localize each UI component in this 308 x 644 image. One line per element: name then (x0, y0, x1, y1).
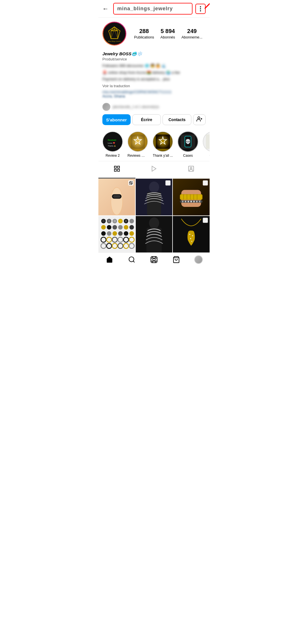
svg-point-67 (102, 220, 105, 223)
highlight-item[interactable]: Thank y'all ... (153, 131, 173, 158)
tab-reels[interactable] (135, 161, 173, 178)
tab-posts[interactable] (98, 161, 135, 178)
svg-rect-43 (147, 192, 161, 215)
post-item[interactable] (136, 179, 173, 215)
top-bar: ← mina_blings_jewelry (98, 0, 210, 18)
svg-point-36 (111, 188, 123, 215)
svg-point-73 (119, 220, 122, 223)
nav-profile[interactable] (187, 256, 210, 264)
highlight-circle: Q&A (203, 131, 210, 152)
highlight-label: Review 2 (106, 154, 119, 158)
bio-line3: Payment on delivery is accepted a... plu… (102, 76, 206, 82)
following-stat[interactable]: 249 Abonneme... (181, 28, 202, 39)
svg-rect-29 (114, 169, 116, 171)
more-options-button[interactable] (195, 4, 206, 14)
svg-text:Mina Blings Jewelry: Mina Blings Jewelry (108, 40, 121, 42)
svg-point-108 (191, 241, 193, 242)
svg-point-58 (188, 201, 189, 202)
subscribe-button[interactable]: S'abonner (102, 114, 131, 125)
mutual-followers-row: jakorlanutte_1 et 1 abonné(e)s (98, 101, 210, 113)
svg-point-88 (129, 231, 134, 236)
followers-label: Abonnés (161, 35, 175, 39)
nav-shop[interactable] (165, 256, 187, 264)
svg-point-87 (124, 231, 128, 236)
svg-point-69 (108, 220, 111, 223)
svg-point-75 (125, 220, 127, 223)
svg-rect-44 (166, 182, 169, 185)
svg-point-82 (129, 225, 134, 229)
profile-section: Mina Blings Jewelry 288 Publications 5 8… (98, 18, 210, 51)
publications-count: 288 (139, 28, 149, 34)
svg-point-115 (153, 258, 155, 261)
followers-stat[interactable]: 5 894 Abonnés (161, 28, 175, 39)
highlight-label: Thank y'all ... (153, 154, 173, 158)
svg-point-62 (199, 201, 200, 202)
arrow-indicator-icon (203, 0, 210, 11)
svg-point-60 (193, 201, 195, 202)
svg-point-79 (112, 225, 117, 229)
nav-reels[interactable] (143, 256, 165, 264)
svg-point-71 (113, 220, 116, 223)
svg-point-102 (149, 217, 159, 229)
svg-point-80 (118, 225, 123, 229)
post-item[interactable] (173, 216, 210, 253)
publications-stat[interactable]: 288 Publications (134, 28, 154, 39)
svg-point-42 (149, 182, 159, 193)
nav-home[interactable] (98, 256, 121, 264)
grid-icon (114, 165, 120, 174)
highlight-item[interactable]: 💀 Cases (178, 131, 198, 158)
highlight-circle: 💀 (178, 131, 198, 152)
bio-link[interactable]: mia.me/minablings/CDRNCWSNCT11111 (102, 90, 206, 94)
posts-grid (98, 179, 210, 252)
svg-marker-31 (152, 166, 156, 171)
tab-tagged[interactable] (173, 161, 210, 178)
svg-rect-25 (206, 134, 210, 149)
bottom-nav (98, 252, 210, 269)
svg-point-11 (198, 117, 200, 119)
svg-rect-64 (204, 181, 207, 184)
profile-row: Mina Blings Jewelry 288 Publications 5 8… (102, 22, 206, 46)
publications-label: Publications (134, 35, 154, 39)
write-button[interactable]: Écrire (132, 114, 161, 125)
svg-point-112 (129, 257, 134, 262)
tabs-row (98, 161, 210, 179)
svg-point-84 (107, 231, 112, 236)
reels-icon (150, 256, 158, 263)
svg-rect-63 (204, 182, 206, 185)
nav-search[interactable] (121, 256, 143, 264)
svg-point-107 (190, 238, 191, 239)
highlight-label: Cases (183, 154, 193, 158)
highlight-item[interactable]: Reviews ⭐... (127, 131, 148, 158)
post-item[interactable] (173, 179, 210, 215)
svg-rect-30 (117, 169, 119, 171)
svg-rect-114 (151, 257, 157, 263)
highlights-section: Received Loves ❤️ Thanks 🙏 Review 2 Revi… (98, 129, 210, 161)
back-button[interactable]: ← (102, 5, 110, 13)
svg-text:Loves ❤️: Loves ❤️ (108, 142, 115, 144)
add-friend-button[interactable] (193, 114, 206, 125)
svg-rect-109 (204, 219, 206, 222)
home-icon (106, 256, 113, 263)
post-item[interactable] (136, 216, 173, 253)
multi-post-icon (165, 180, 171, 186)
highlight-label: Q&A (209, 154, 210, 158)
post-item[interactable] (98, 179, 135, 215)
avatar[interactable]: Mina Blings Jewelry (102, 22, 126, 46)
highlight-circle: Received Loves ❤️ Thanks 🙏 (102, 131, 123, 152)
svg-point-77 (101, 225, 106, 229)
bio-location: Accra, Ghana (102, 94, 206, 98)
highlight-item[interactable]: Received Loves ❤️ Thanks 🙏 Review 2 (102, 131, 123, 158)
bio-category: Produit/service (102, 57, 206, 61)
svg-point-61 (196, 201, 198, 202)
svg-point-59 (191, 201, 192, 202)
contacts-button[interactable]: Contacts (163, 114, 191, 125)
three-dots-icon (200, 6, 201, 11)
post-item[interactable] (98, 216, 135, 253)
bio-translation: Voir la traduction (102, 83, 206, 89)
highlight-item[interactable]: Q&A Q&A (203, 131, 210, 158)
username-display: mina_blings_jewelry (113, 3, 193, 15)
play-icon (151, 165, 157, 174)
bio-line2: 🚨 online shop from Accra 🇬🇭 delivery 🌍 a… (102, 70, 206, 76)
highlight-circle (127, 131, 148, 152)
svg-point-81 (124, 225, 128, 229)
